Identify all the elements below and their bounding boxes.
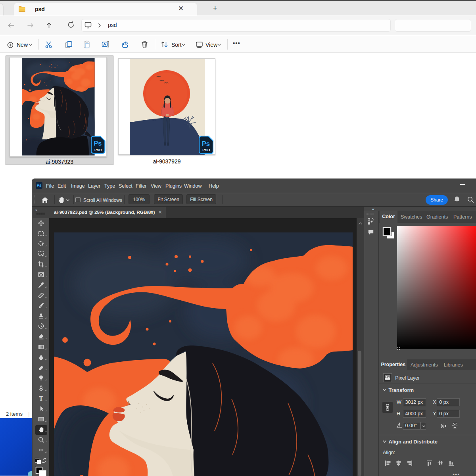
svg-text:T: T — [39, 395, 43, 402]
